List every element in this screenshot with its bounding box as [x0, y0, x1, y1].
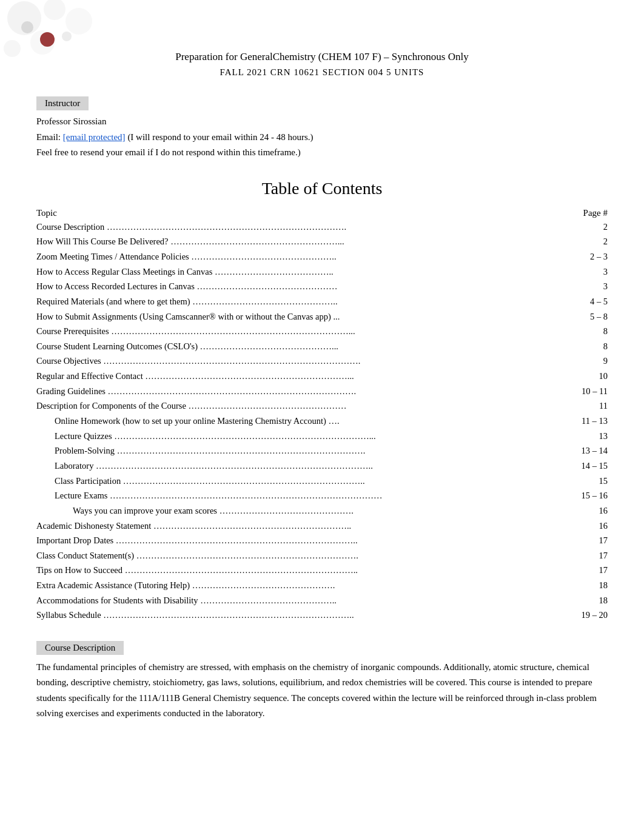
toc-page-cell: 3 [558, 279, 608, 294]
toc-topic-cell: Academic Dishonesty Statement …………………………… [36, 518, 558, 534]
instructor-info: Professor Sirossian Email: [email protec… [36, 114, 608, 161]
toc-topic-cell: Class Participation ……………………………………………………… [36, 474, 558, 489]
toc-row: Problem-Solving ………………………………………………………………… [36, 443, 608, 458]
toc-row: Course Description ………………………………………………………… [36, 220, 608, 235]
toc-page-cell: 11 – 13 [558, 414, 608, 429]
toc-row: Required Materials (and where to get the… [36, 294, 608, 309]
email-note: (I will respond to your email within 24 … [127, 132, 313, 142]
toc-topic-cell: Description for Components of the Course… [36, 398, 558, 414]
toc-page-cell: 16 [558, 503, 608, 518]
toc-page-cell: 4 – 5 [558, 294, 608, 309]
toc-row: Important Drop Dates …………………………………………………… [36, 533, 608, 548]
toc-page-cell: 15 [558, 474, 608, 489]
toc-page-cell: 5 – 8 [558, 309, 608, 324]
toc-row: Zoom Meeting Times / Attendance Policies… [36, 249, 608, 264]
toc-topic-cell: Syllabus Schedule …………………………………………………………… [36, 608, 558, 623]
toc-page-cell: 14 – 15 [558, 458, 608, 474]
toc-row: Online Homework (how to set up your onli… [36, 414, 608, 429]
toc-row: How to Submit Assignments (Using Camscan… [36, 309, 608, 324]
toc-topic-cell: Accommodations for Students with Disabil… [36, 593, 558, 608]
toc-section: Table of Contents Topic Page # Course De… [36, 179, 608, 623]
toc-topic-cell: Problem-Solving ………………………………………………………………… [36, 443, 558, 458]
toc-page-cell: 13 [558, 429, 608, 444]
toc-row: How Will This Course Be Delivered? ……………… [36, 234, 608, 249]
toc-row: Accommodations for Students with Disabil… [36, 593, 608, 608]
toc-topic-cell: Online Homework (how to set up your onli… [36, 414, 558, 429]
toc-row: Course Student Learning Outcomes (CSLO's… [36, 339, 608, 354]
toc-page-cell: 2 – 3 [558, 249, 608, 264]
toc-topic-cell: Lecture Exams ……………………………………………………………………… [36, 488, 558, 503]
toc-row: How to Access Regular Class Meetings in … [36, 264, 608, 280]
toc-row: Class Participation ……………………………………………………… [36, 474, 608, 489]
toc-row: Description for Components of the Course… [36, 398, 608, 414]
toc-header-page: Page # [558, 208, 608, 220]
toc-topic-cell: How to Submit Assignments (Using Camscan… [36, 309, 558, 324]
course-description-label: Course Description [36, 641, 124, 655]
toc-topic-cell: Ways you can improve your exam scores ……… [36, 503, 558, 518]
toc-topic-cell: Course Objectives …………………………………………………………… [36, 354, 558, 369]
toc-page-cell: 8 [558, 339, 608, 354]
email-label: Email: [36, 132, 61, 142]
toc-page-cell: 16 [558, 518, 608, 534]
toc-page-cell: 17 [558, 563, 608, 578]
toc-topic-cell: Course Description ………………………………………………………… [36, 220, 558, 235]
toc-row: Ways you can improve your exam scores ……… [36, 503, 608, 518]
toc-row: How to Access Recorded Lectures in Canva… [36, 279, 608, 294]
toc-page-cell: 17 [558, 533, 608, 548]
toc-topic-cell: How Will This Course Be Delivered? ……………… [36, 234, 558, 249]
toc-topic-cell: Zoom Meeting Times / Attendance Policies… [36, 249, 558, 264]
toc-topic-cell: Required Materials (and where to get the… [36, 294, 558, 309]
toc-page-cell: 19 – 20 [558, 608, 608, 623]
toc-page-cell: 9 [558, 354, 608, 369]
course-meta: FALL 2021 CRN 10621 SECTION 004 5 UNITS [36, 65, 608, 79]
toc-page-cell: 2 [558, 234, 608, 249]
email-link[interactable]: [email protected] [63, 132, 126, 142]
toc-title: Table of Contents [36, 179, 608, 198]
toc-header-row: Topic Page # [36, 208, 608, 220]
toc-table: Topic Page # Course Description ……………………… [36, 208, 608, 623]
resend-note: Feel free to resend your email if I do n… [36, 145, 608, 161]
toc-topic-cell: Lecture Quizzes ………………………………………………………………… [36, 429, 558, 444]
toc-topic-cell: Tips on How to Succeed ……………………………………………… [36, 563, 558, 578]
toc-row: Lecture Exams ……………………………………………………………………… [36, 488, 608, 503]
toc-row: Syllabus Schedule …………………………………………………………… [36, 608, 608, 623]
toc-topic-cell: How to Access Recorded Lectures in Canva… [36, 279, 558, 294]
toc-row: Regular and Effective Contact …………………………… [36, 369, 608, 384]
toc-row: Course Prerequisites …………………………………………………… [36, 324, 608, 339]
course-title: Preparation for GeneralChemistry (CHEM 1… [36, 49, 608, 65]
toc-row: Extra Academic Assistance (Tutoring Help… [36, 578, 608, 593]
toc-row: Laboratory ……………………………………………………………………………… [36, 458, 608, 474]
toc-topic-cell: Laboratory ……………………………………………………………………………… [36, 458, 558, 474]
toc-topic-cell: Grading Guidelines ………………………………………………………… [36, 384, 558, 399]
toc-topic-cell: Class Conduct Statement(s) …………………………………… [36, 548, 558, 563]
toc-topic-cell: How to Access Regular Class Meetings in … [36, 264, 558, 280]
toc-page-cell: 11 [558, 398, 608, 414]
toc-topic-cell: Course Student Learning Outcomes (CSLO's… [36, 339, 558, 354]
toc-topic-cell: Important Drop Dates …………………………………………………… [36, 533, 558, 548]
course-description-text: The fundamental principles of chemistry … [36, 660, 608, 722]
toc-row: Academic Dishonesty Statement …………………………… [36, 518, 608, 534]
toc-topic-cell: Course Prerequisites …………………………………………………… [36, 324, 558, 339]
toc-page-cell: 10 – 11 [558, 384, 608, 399]
toc-row: Course Objectives …………………………………………………………… [36, 354, 608, 369]
toc-row: Lecture Quizzes ………………………………………………………………… [36, 429, 608, 444]
toc-page-cell: 2 [558, 220, 608, 235]
toc-page-cell: 17 [558, 548, 608, 563]
toc-topic-cell: Extra Academic Assistance (Tutoring Help… [36, 578, 558, 593]
toc-page-cell: 10 [558, 369, 608, 384]
toc-page-cell: 18 [558, 593, 608, 608]
toc-row: Class Conduct Statement(s) …………………………………… [36, 548, 608, 563]
toc-header-topic: Topic [36, 208, 558, 220]
instructor-label: Instructor [36, 96, 89, 110]
toc-page-cell: 3 [558, 264, 608, 280]
header-block: Preparation for GeneralChemistry (CHEM 1… [36, 49, 608, 79]
toc-row: Tips on How to Succeed ……………………………………………… [36, 563, 608, 578]
toc-page-cell: 8 [558, 324, 608, 339]
toc-page-cell: 18 [558, 578, 608, 593]
toc-topic-cell: Regular and Effective Contact …………………………… [36, 369, 558, 384]
toc-page-cell: 15 – 16 [558, 488, 608, 503]
toc-page-cell: 13 – 14 [558, 443, 608, 458]
instructor-email-line: Email: [email protected] (I will respond… [36, 130, 608, 146]
instructor-name: Professor Sirossian [36, 114, 608, 130]
toc-row: Grading Guidelines ………………………………………………………… [36, 384, 608, 399]
